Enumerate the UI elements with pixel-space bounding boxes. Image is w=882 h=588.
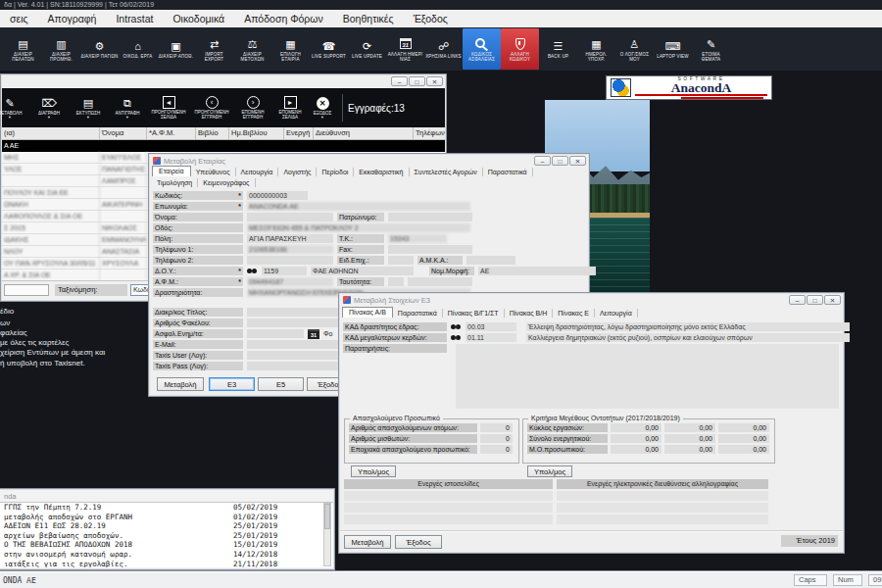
toolbar-item-suppliers[interactable]: ▥ΔΙΑΧΕΙΡ ΠΡΟΜΗΘ. bbox=[42, 28, 80, 70]
close-button[interactable]: ✕ bbox=[569, 156, 586, 166]
menu-item-intrastat[interactable]: Intrastat bbox=[106, 13, 163, 24]
news-item[interactable]: ιατάξεις για τις εργολαβίες.21/11/2018 bbox=[0, 560, 333, 567]
toolbar-item-import-export[interactable]: ⇄IMPORT EXPORT bbox=[195, 28, 233, 70]
calendar-icon[interactable]: 31 bbox=[308, 329, 319, 339]
column-header-afm[interactable]: *Α.Φ.Μ. bbox=[147, 127, 196, 139]
toolbar-item-ready-topics[interactable]: ✎ΕΤΟΙΜΑ ΘΕΜΑΤΑ bbox=[692, 28, 730, 70]
toolbar-item-live-support[interactable]: ☎LIVE SUPPORT bbox=[310, 28, 348, 70]
poli-field[interactable]: ΑΓΙΑ ΠΑΡΑΣΚΕΥΗ bbox=[247, 234, 333, 243]
onoma-field[interactable] bbox=[247, 213, 333, 221]
nom-morfi-field[interactable]: ΑΕ bbox=[478, 267, 596, 275]
company-list-title-bar[interactable]: – □ ✕ bbox=[2, 75, 445, 87]
tab-pinakas-ab[interactable]: Πίνακας Α/Β bbox=[342, 307, 393, 318]
metavoli-button[interactable]: Μεταβολή bbox=[157, 377, 204, 391]
site-row[interactable] bbox=[344, 491, 553, 501]
toolbar-item-live-update[interactable]: ⟳LIVE UPDATE bbox=[348, 28, 386, 70]
email-row[interactable] bbox=[557, 503, 768, 513]
toolbar-item-company-select[interactable]: ▦ΕΠΙΛΟΓΗ ΕΤΑΙΡΙΑ bbox=[271, 28, 310, 70]
tab-periodoi[interactable]: Περίοδοι bbox=[317, 168, 354, 176]
taftotita-type-field[interactable] bbox=[388, 277, 404, 286]
news-item[interactable]: μεταβολής αποδοχών στο ΕΡΓΑΝΗ01/02/2019 bbox=[0, 513, 333, 522]
toolbar-item-security-code[interactable]: ΚΩΔΙΚΟΣ ΑΣΦΑΛΕΙΑΣ bbox=[463, 28, 501, 70]
menu-item-oikodomika[interactable]: Οικοδομικά bbox=[163, 13, 234, 24]
binoculars-icon[interactable] bbox=[451, 322, 462, 331]
toolbar-item-shareholders[interactable]: ⚖ΔΙΑΧΕΙΡ ΜΕΤΟΧΩΝ bbox=[233, 28, 271, 70]
toolbar-item-useful-links[interactable]: ☍ΧΡΗΣΙΜΑ LINKS bbox=[424, 28, 463, 70]
asfalistiki-field[interactable] bbox=[247, 329, 304, 338]
minimize-button[interactable]: – bbox=[391, 76, 408, 86]
email-row[interactable] bbox=[557, 491, 768, 501]
afm-field[interactable]: 094494187 bbox=[247, 277, 333, 286]
personnel-row-value[interactable]: 0 bbox=[480, 423, 513, 432]
criteria-value[interactable]: 0,00 bbox=[664, 423, 715, 432]
close-button[interactable]: ✕ bbox=[426, 76, 443, 86]
e3-button[interactable]: Ε3 bbox=[209, 377, 255, 391]
tab-logistis[interactable]: Λογιστής bbox=[278, 168, 317, 176]
scrollbar-thumb[interactable] bbox=[324, 504, 330, 529]
criteria-value[interactable]: 0,00 bbox=[718, 434, 769, 443]
news-item[interactable]: αρχείων βεβαίωσης αποδοχών.25/01/2019 bbox=[0, 531, 333, 541]
previous-page-button[interactable]: ◂ΠΡΟΗΓΟΥΜΕΝΗ ΣΕΛΙΔΑ bbox=[147, 96, 190, 120]
menu-item-voithitikes[interactable]: Βοηθητικές bbox=[333, 13, 404, 24]
tab-syntelestes[interactable]: Συντελεστές Αγορών bbox=[410, 168, 483, 176]
tk-field[interactable]: 15343 bbox=[388, 234, 447, 243]
criteria-value[interactable]: 0,00 bbox=[664, 434, 715, 443]
minimize-button[interactable]: – bbox=[789, 295, 806, 305]
column-header-energi[interactable]: Ενεργή bbox=[284, 127, 314, 139]
delete-button[interactable]: ⌦ΔΙΑΓΡΑΦΗ▾ bbox=[29, 97, 69, 120]
next-page-button[interactable]: ▸ΕΠΟΜΕΝΗ ΣΕΛΙΔΑ bbox=[272, 96, 308, 120]
criteria-value[interactable]: 0,00 bbox=[611, 445, 662, 454]
criteria-value[interactable]: 0,00 bbox=[611, 423, 662, 432]
criteria-value[interactable]: 0,00 bbox=[718, 423, 769, 432]
maximize-button[interactable]: □ bbox=[552, 156, 568, 166]
column-header-eponymia[interactable]: (ια) bbox=[2, 127, 100, 139]
toolbar-item-laptop-view[interactable]: ⌨LAPTOP VIEW bbox=[654, 28, 692, 70]
maximize-button[interactable]: □ bbox=[409, 76, 425, 86]
maximize-button[interactable]: □ bbox=[807, 295, 823, 305]
news-item[interactable]: ΓΓΠΣ την Πέμπτη 7.2.1905/02/2019 bbox=[0, 503, 333, 513]
toolbar-item-clients[interactable]: ▤ΔΙΑΧΕΙΡ ΠΕΛΑΤΩΝ bbox=[4, 28, 42, 70]
personnel-row-value[interactable]: 0 bbox=[480, 445, 513, 454]
print-button[interactable]: ▤ΕΚΤΥΠΩΣΗ▾ bbox=[69, 97, 108, 120]
toolbar-item-inventory[interactable]: ▣ΔΙΑΧΕΙΡ ΑΠΟΘ. bbox=[157, 28, 195, 70]
e3-metavoli-button[interactable]: Μεταβολή bbox=[344, 535, 391, 549]
tab-etaireia[interactable]: Εταιρεία bbox=[152, 166, 191, 176]
edit-button[interactable]: ✎ΜΕΤΑΒΟΛΗ▾ bbox=[0, 97, 29, 120]
tab-leitourgia[interactable]: Λειτουργία bbox=[236, 168, 279, 176]
e3-exodos-button[interactable]: Έξοδος bbox=[395, 535, 442, 549]
column-header-onoma[interactable]: Όνομα bbox=[100, 127, 147, 139]
previous-record-button[interactable]: ‹ΠΡΟΗΓΟΥΜΕΝΗ ΕΓΓΡΑΦΗ bbox=[190, 96, 233, 120]
kad2-code-field[interactable]: 01.11 bbox=[466, 333, 516, 342]
column-header-tilefono[interactable]: Τηλέφωνο bbox=[414, 127, 445, 139]
news-item[interactable]: ΑΔΕΙΩΝ Ε11 ΕΩΣ 28.02.1925/01/2019 bbox=[0, 521, 333, 531]
column-header-vivlio[interactable]: Βιβλίο bbox=[196, 127, 229, 139]
tab-ekkatharistiki[interactable]: Εκκαθαριστική bbox=[354, 168, 409, 176]
email-row[interactable] bbox=[557, 514, 768, 524]
tab-pinakas-e[interactable]: Πίνακας Ε bbox=[553, 309, 595, 318]
notes-textarea[interactable] bbox=[456, 344, 839, 409]
binoculars-icon[interactable] bbox=[247, 267, 258, 275]
tab-parastatika[interactable]: Παραστατικά bbox=[483, 168, 533, 176]
personnel-row-value[interactable]: 0 bbox=[480, 434, 513, 443]
tab-ypefthynos[interactable]: Υπεύθυνος bbox=[191, 168, 236, 176]
toolbar-item-assets[interactable]: ⚙ΔΙΑΧΕΙΡ ΠΑΓΙΩΝ bbox=[80, 28, 119, 70]
patronymo-field[interactable] bbox=[388, 213, 472, 221]
column-header-im-vivliou[interactable]: Ημ.Βιβλίου bbox=[229, 127, 284, 139]
toolbar-item-change-password[interactable]: ΑΛΛΑΓΗ ΚΩΔΙΚΟΥ bbox=[501, 28, 539, 70]
odos-field[interactable]: ΜΕΣΟΓΕΙΩΝ 455 & ΠΑΤΡΟΚΛΟΥ 2 bbox=[247, 223, 470, 232]
binoculars-icon[interactable] bbox=[451, 333, 462, 342]
site-row[interactable] bbox=[344, 514, 553, 524]
menu-item-apodosi-foron[interactable]: Απόδοση Φόρων bbox=[234, 13, 333, 24]
kodikos-field[interactable]: 0000000003 bbox=[247, 191, 308, 200]
tab-pinakas-bh[interactable]: Πίνακας Β/Η bbox=[505, 309, 554, 318]
criteria-value[interactable]: 0,00 bbox=[718, 445, 769, 454]
news-scrollbar[interactable] bbox=[323, 503, 331, 566]
eid-epix-field[interactable] bbox=[388, 256, 414, 265]
news-item[interactable]: Ο ΤΗΣ ΒΕΒΑΙΩΣΗΣ ΑΠΟΔΟΧΩΝ 201815/01/2019 bbox=[0, 540, 333, 550]
news-title-bar[interactable]: nda bbox=[0, 490, 333, 502]
toolbar-item-construction[interactable]: ⌂ΟΙΚΟΔ. ΕΡΓΑ bbox=[119, 28, 157, 70]
site-row[interactable] bbox=[344, 503, 553, 513]
eponymia-field[interactable]: ANACONDA ΑΕ bbox=[247, 202, 470, 211]
fax-field[interactable] bbox=[388, 245, 472, 254]
tilefono2-field[interactable] bbox=[247, 256, 333, 265]
